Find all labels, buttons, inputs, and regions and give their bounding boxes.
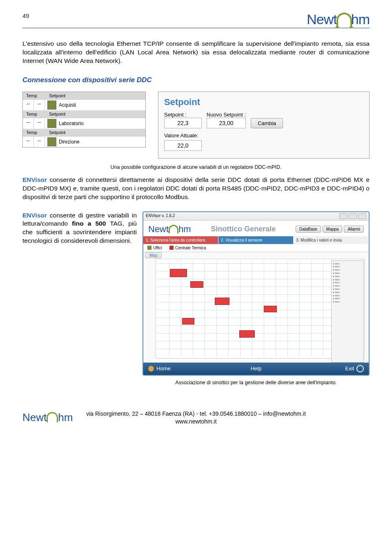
envisor-brand: ENVisor: [22, 176, 47, 183]
home-icon: [148, 366, 154, 372]
exit-label: Exit: [345, 365, 354, 372]
map-area: Map ▸ item▸ item▸ item▸ item▸ item▸ ite: [143, 252, 369, 363]
exit-button[interactable]: Exit: [292, 365, 364, 372]
col-setpoint: Setpoint: [46, 129, 69, 136]
brand-text-left: Newt: [307, 12, 336, 26]
help-button[interactable]: Help: [220, 365, 292, 372]
figure-caption-2: Associazione di sinottici per la gestion…: [143, 380, 370, 385]
maximize-icon[interactable]: [349, 213, 357, 219]
steps-row: 1. Seleziona l'area da controllare. 2. V…: [143, 236, 369, 244]
alarms-button[interactable]: Allarmi: [344, 226, 364, 233]
sinottico-title: Sinottico Generale: [211, 225, 276, 233]
actual-value: 22,0: [164, 140, 202, 151]
diagram-node: [215, 298, 229, 305]
figure-caption-1: Una possibile configurazione di alcune v…: [22, 164, 370, 170]
setpoint-title: Setpoint: [164, 97, 363, 108]
ohm-icon: [47, 412, 58, 422]
page-footer: Newt hm via Risorgimento, 22 – 48018 Fae…: [22, 410, 370, 426]
diagram-node: [190, 281, 203, 288]
app-window: ENVisor v. 1.6.2 Newt hm Sinottico Gener…: [143, 211, 370, 376]
change-button[interactable]: Cambia: [251, 118, 283, 128]
temp-cell: --: [23, 137, 34, 147]
brand-logo: Newt hm: [307, 12, 370, 26]
table-row[interactable]: -- -- Acquisti: [23, 99, 145, 110]
diagram-node: [182, 318, 194, 325]
variables-table: Temp Setpoint -- -- Acquisti Temp Setpoi…: [22, 92, 146, 148]
step-2: 2. Visualizza il sensore: [218, 236, 294, 244]
para2-text: consente di connettersi direttamente ai …: [22, 176, 370, 200]
table-row[interactable]: -- -- Direzione: [23, 136, 145, 147]
ohm-icon: [169, 225, 178, 233]
footer-address: via Risorgimento, 22 – 48018 Faenza (RA)…: [22, 410, 370, 418]
col-setpoint: Setpoint: [46, 110, 69, 118]
app-logo: Newt hm: [148, 224, 191, 235]
diagram-node: [264, 306, 277, 312]
table-row[interactable]: -- -- Laboratorio: [23, 118, 145, 129]
ohm-icon: [336, 13, 352, 27]
database-button[interactable]: DataBase: [296, 226, 321, 233]
para3-bold: fino a 500: [72, 220, 106, 227]
area-label: Uffici: [153, 246, 162, 250]
tree-panel[interactable]: ▸ item▸ item▸ item▸ item▸ item▸ item▸ it…: [331, 260, 364, 363]
var-header: Temp Setpoint: [23, 110, 145, 118]
row-label: Acquisti: [59, 102, 76, 108]
paragraph-envisor-2: ENVisor consente di gestire variabili in…: [22, 211, 137, 246]
row-name: Acquisti: [45, 100, 145, 110]
row-name: Direzione: [45, 137, 145, 147]
actual-value-label: Valore Attuale:: [164, 132, 363, 139]
step-3: 3. Modifica i valori e invia.: [294, 236, 369, 244]
envisor-brand: ENVisor: [22, 212, 47, 219]
paragraph-intro: L'estensivo uso della tecnologia Etherne…: [22, 40, 370, 65]
diagram-node: [239, 330, 255, 338]
color-swatch-icon: [147, 246, 151, 250]
section-title-ddc: Connessione con dispositivi serie DDC: [22, 76, 370, 84]
close-icon[interactable]: [358, 213, 366, 219]
temp-cell: --: [23, 118, 34, 129]
color-swatch-icon: [47, 137, 56, 146]
window-title: ENVisor v. 1.6.2: [146, 213, 175, 219]
area-uffici[interactable]: Uffici: [147, 246, 162, 250]
sp-cell: --: [34, 137, 45, 147]
sp-cell: --: [34, 100, 45, 110]
areas-row: Uffici Centrale Termica: [143, 244, 369, 252]
help-label: Help: [251, 365, 262, 372]
color-swatch-icon: [47, 119, 56, 128]
step-1: 1. Seleziona l'area da controllare.: [143, 236, 218, 244]
window-titlebar: ENVisor v. 1.6.2: [143, 212, 369, 221]
figure-config-row: Temp Setpoint -- -- Acquisti Temp Setpoi…: [22, 92, 370, 159]
row-label: Laboratorio: [59, 121, 84, 126]
home-button[interactable]: Home: [148, 365, 220, 372]
row-label: Direzione: [59, 139, 80, 145]
new-setpoint-input[interactable]: 23,00: [207, 118, 246, 128]
map-button[interactable]: Mappa: [323, 226, 343, 233]
col-temp: Temp: [23, 92, 46, 99]
area-centrale[interactable]: Centrale Termica: [169, 246, 206, 250]
brand-text-right: hm: [351, 12, 370, 26]
bottom-bar: Home Help Exit: [143, 363, 369, 375]
footer-logo: Newt hm: [22, 410, 73, 425]
color-swatch-icon: [47, 101, 56, 110]
paragraph-envisor-1: ENVisor consente di connettersi direttam…: [22, 176, 370, 202]
temp-cell: --: [23, 100, 34, 110]
setpoint-value: 22,3: [164, 118, 202, 128]
exit-icon: [356, 365, 364, 372]
minimize-icon[interactable]: [339, 213, 347, 219]
col-temp: Temp: [23, 129, 46, 136]
map-tab[interactable]: Map: [145, 252, 162, 258]
var-header: Temp Setpoint: [23, 129, 145, 136]
area-label: Centrale Termica: [175, 246, 206, 250]
new-setpoint-label: Nuovo Setpoint :: [207, 112, 246, 118]
diagram-node: [170, 269, 187, 277]
var-header: Temp Setpoint: [23, 92, 145, 99]
setpoint-panel: Setpoint Setpoint : 22,3 Nuovo Setpoint …: [158, 92, 370, 159]
sp-cell: --: [34, 118, 45, 129]
home-label: Home: [156, 365, 171, 372]
col-temp: Temp: [23, 110, 46, 118]
page-number: 49: [22, 12, 29, 19]
footer-url: www.newtohm.it: [22, 418, 370, 426]
color-swatch-icon: [169, 246, 174, 250]
col-setpoint: Setpoint: [46, 92, 69, 99]
page-header: 49 Newt hm: [22, 12, 370, 28]
setpoint-label: Setpoint :: [164, 112, 202, 118]
row-name: Laboratorio: [45, 118, 145, 129]
